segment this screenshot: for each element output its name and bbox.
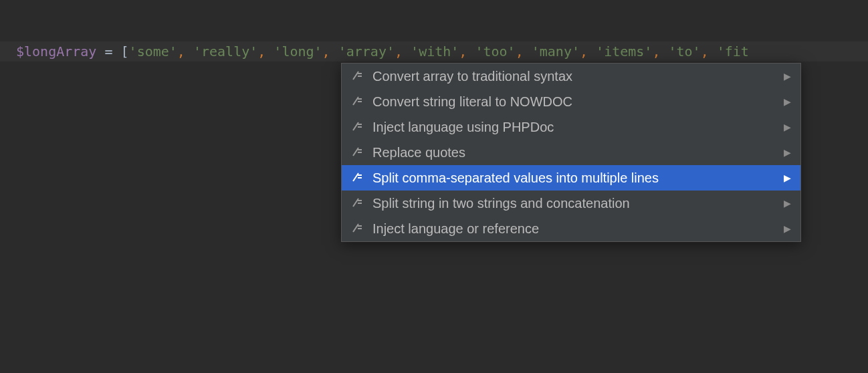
code-comma: , xyxy=(652,43,660,59)
code-string: 'some' xyxy=(129,43,177,59)
code-string: 'too' xyxy=(475,43,515,59)
code-comma: , xyxy=(459,43,467,59)
intention-bulb-icon xyxy=(351,70,364,83)
menu-item-label: Split string in two strings and concaten… xyxy=(372,196,777,211)
code-string: 'long' xyxy=(274,43,322,59)
code-string: 'really' xyxy=(193,43,257,59)
menu-item-split-comma[interactable]: Split comma-separated values into multip… xyxy=(342,165,800,191)
code-comma: , xyxy=(257,43,265,59)
submenu-arrow-icon: ▶ xyxy=(784,198,791,209)
code-comma: , xyxy=(177,43,185,59)
menu-item-convert-nowdoc[interactable]: Convert string literal to NOWDOC ▶ xyxy=(342,89,800,114)
menu-item-replace-quotes[interactable]: Replace quotes ▶ xyxy=(342,140,800,165)
code-comma: , xyxy=(580,43,588,59)
code-string: 'to' xyxy=(668,43,700,59)
code-string: 'array' xyxy=(338,43,395,59)
menu-item-split-string[interactable]: Split string in two strings and concaten… xyxy=(342,191,800,216)
code-comma: , xyxy=(395,43,403,59)
intention-bulb-icon xyxy=(351,197,364,210)
menu-item-label: Inject language using PHPDoc xyxy=(372,120,777,135)
menu-item-label: Convert string literal to NOWDOC xyxy=(372,94,777,110)
code-string: 'fit xyxy=(717,43,749,59)
submenu-arrow-icon: ▶ xyxy=(784,172,791,183)
menu-item-label: Split comma-separated values into multip… xyxy=(372,170,777,186)
submenu-arrow-icon: ▶ xyxy=(784,223,791,234)
intention-bulb-icon xyxy=(351,171,364,184)
code-string: 'items' xyxy=(596,43,652,59)
menu-item-inject-phpdoc[interactable]: Inject language using PHPDoc ▶ xyxy=(342,114,800,140)
code-line[interactable]: $longArray = ['some', 'really', 'long', … xyxy=(0,41,868,61)
code-comma: , xyxy=(516,43,524,59)
menu-item-label: Replace quotes xyxy=(372,145,777,160)
code-variable: $longArray xyxy=(16,43,96,59)
code-string: 'many' xyxy=(532,43,580,59)
code-string: 'with' xyxy=(411,43,459,59)
menu-item-inject-reference[interactable]: Inject language or reference ▶ xyxy=(342,216,800,241)
submenu-arrow-icon: ▶ xyxy=(784,147,791,158)
submenu-arrow-icon: ▶ xyxy=(784,71,791,82)
intention-bulb-icon xyxy=(351,222,364,235)
intention-bulb-icon xyxy=(351,120,364,134)
editor-top-gap xyxy=(0,0,868,41)
menu-item-label: Inject language or reference xyxy=(372,221,777,237)
intention-actions-menu: Convert array to traditional syntax ▶ Co… xyxy=(341,63,801,242)
intention-bulb-icon xyxy=(351,95,364,108)
menu-item-convert-array[interactable]: Convert array to traditional syntax ▶ xyxy=(342,64,800,89)
intention-bulb-icon xyxy=(351,146,364,159)
code-open-bracket: [ xyxy=(121,43,129,59)
code-equals: = xyxy=(96,43,120,59)
submenu-arrow-icon: ▶ xyxy=(784,96,791,107)
menu-item-label: Convert array to traditional syntax xyxy=(372,69,777,84)
code-comma: , xyxy=(322,43,330,59)
code-comma: , xyxy=(701,43,709,59)
submenu-arrow-icon: ▶ xyxy=(784,122,791,132)
